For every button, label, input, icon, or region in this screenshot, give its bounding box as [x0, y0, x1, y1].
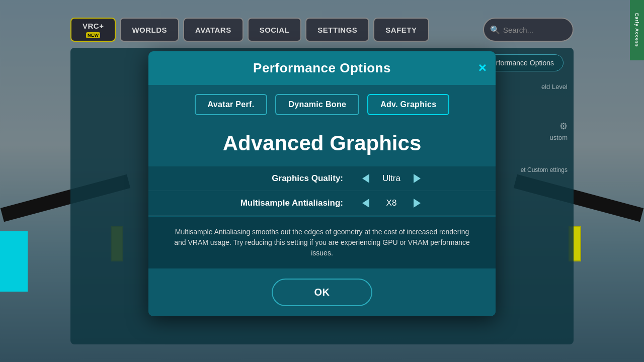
- modal-header: Performance Options ×: [148, 51, 496, 85]
- info-box: Multisample Antialiasing smooths out the…: [148, 216, 496, 268]
- ok-row: OK: [148, 268, 496, 316]
- graphics-quality-row: Graphics Quality: Ultra: [148, 166, 496, 191]
- tab-adv-graphics[interactable]: Adv. Graphics: [367, 94, 449, 115]
- graphics-quality-control: Ultra: [351, 173, 432, 184]
- tab-dynamic-bone[interactable]: Dynamic Bone: [275, 94, 359, 115]
- ok-button[interactable]: OK: [272, 279, 372, 306]
- performance-options-modal: Performance Options × Avatar Perf. Dynam…: [148, 51, 496, 316]
- graphics-quality-next-button[interactable]: [414, 174, 421, 183]
- graphics-quality-value: Ultra: [376, 173, 407, 184]
- tab-avatar-perf[interactable]: Avatar Perf.: [195, 94, 268, 115]
- modal-close-button[interactable]: ×: [478, 61, 487, 75]
- section-title: Advanced Graphics: [148, 122, 496, 166]
- graphics-quality-prev-button[interactable]: [362, 174, 369, 183]
- right-arrow-icon: [414, 174, 421, 183]
- left-arrow-icon-2: [362, 199, 369, 208]
- graphics-quality-label: Graphics Quality:: [212, 173, 343, 184]
- modal-backdrop: Performance Options × Avatar Perf. Dynam…: [0, 0, 644, 362]
- antialiasing-label: Multisample Antialiasing:: [212, 198, 343, 208]
- antialiasing-row: Multisample Antialiasing: X8: [148, 191, 496, 216]
- right-arrow-icon-2: [414, 199, 421, 208]
- antialiasing-control: X8: [351, 198, 432, 208]
- settings-area: Graphics Quality: Ultra Multisample Anti…: [148, 166, 496, 268]
- tab-bar: Avatar Perf. Dynamic Bone Adv. Graphics: [148, 85, 496, 122]
- antialiasing-prev-button[interactable]: [362, 199, 369, 208]
- info-text: Multisample Antialiasing smooths out the…: [174, 228, 470, 257]
- antialiasing-next-button[interactable]: [414, 199, 421, 208]
- left-arrow-icon: [362, 174, 369, 183]
- modal-title: Performance Options: [253, 60, 391, 76]
- antialiasing-value: X8: [376, 198, 407, 208]
